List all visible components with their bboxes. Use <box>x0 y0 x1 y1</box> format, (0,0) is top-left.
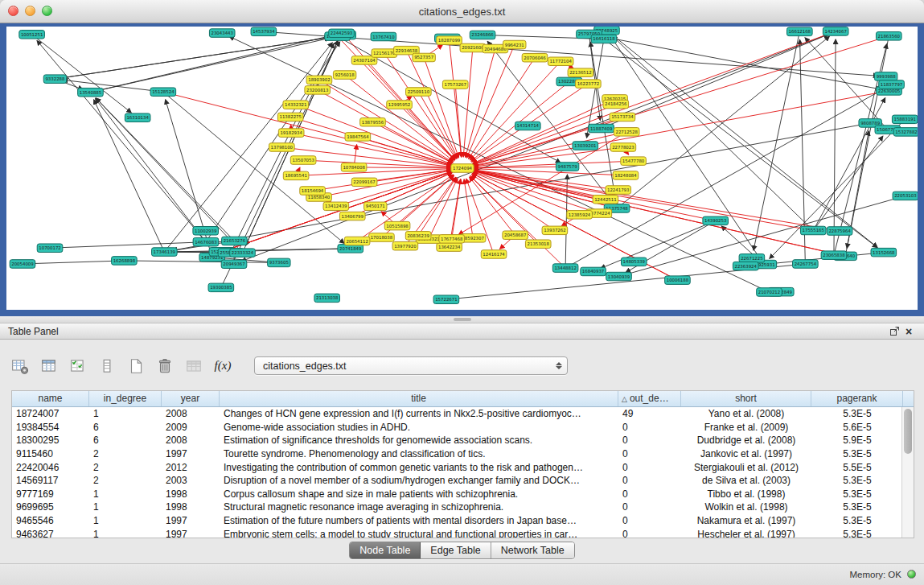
graph-node[interactable]: 15128524 <box>150 88 176 97</box>
graph-node[interactable]: 12385924 <box>567 211 593 220</box>
graph-node[interactable]: 16612168 <box>787 27 813 36</box>
graph-node[interactable]: 17018038 <box>369 233 395 242</box>
graph-node[interactable]: 10784008 <box>341 163 367 172</box>
column-header-title[interactable]: title <box>220 391 618 406</box>
table-row[interactable]: 911546021997Tourette syndrome. Phenomeno… <box>12 447 914 461</box>
cell-title[interactable]: Embryonic stem cells: a model to study s… <box>220 528 618 538</box>
cell-title[interactable]: Estimation of the future numbers of pati… <box>220 514 618 528</box>
graph-node[interactable]: 10515898 <box>384 221 410 230</box>
graph-node[interactable]: 9450171 <box>364 202 387 210</box>
close-window-button[interactable] <box>8 6 18 16</box>
graph-node[interactable]: 20054009 <box>10 260 35 269</box>
graph-node[interactable]: 16310134 <box>125 113 150 122</box>
table-row[interactable]: 2242004622012Investigating the contribut… <box>12 461 914 475</box>
table-row[interactable]: 1938455462009Genome-wide association stu… <box>12 421 914 435</box>
scrollbar-thumb[interactable] <box>904 409 912 454</box>
import-table-button[interactable] <box>183 356 204 377</box>
table-selector[interactable]: citations_edges.txt <box>254 356 568 375</box>
graph-node[interactable]: 13977920 <box>392 241 418 250</box>
function-builder-button[interactable]: f(x) <box>212 356 233 377</box>
cell-title[interactable]: Changes of HCN gene expression and I(f) … <box>220 407 618 421</box>
graph-node[interactable]: 11887409 <box>589 124 614 133</box>
graph-edge[interactable] <box>474 170 840 231</box>
cell-pagerank[interactable]: 5.3E-5 <box>811 407 903 421</box>
graph-node[interactable]: 18248084 <box>613 171 639 180</box>
graph-node[interactable]: 15883191 <box>892 115 918 124</box>
table-row[interactable]: 969969511998Structural magnetic resonanc… <box>12 501 914 514</box>
graph-edge[interactable] <box>319 171 452 197</box>
row-height-button[interactable] <box>97 356 117 377</box>
column-header-short[interactable]: short <box>681 391 811 406</box>
graph-edge[interactable] <box>94 100 165 252</box>
graph-node[interactable]: 13798100 <box>269 143 295 152</box>
graph-node[interactable]: 13039201 <box>573 142 598 150</box>
graph-node[interactable]: 20836239 <box>405 232 431 241</box>
graph-edge[interactable] <box>364 60 455 160</box>
table-mode-button[interactable] <box>10 356 31 377</box>
cell-pagerank[interactable]: 5.3E-5 <box>811 528 903 538</box>
table-row[interactable]: 1872400712008Changes of HCN gene express… <box>12 407 914 421</box>
graph-node[interactable]: 16416118 <box>591 35 617 43</box>
graph-node[interactable]: 19182934 <box>278 129 304 138</box>
graph-node[interactable]: 20654112 <box>344 237 370 245</box>
graph-node[interactable]: 13540885 <box>78 88 104 97</box>
graph-edge[interactable] <box>172 249 350 252</box>
cell-short[interactable]: Nakamura et al. (1997) <box>681 514 811 528</box>
graph-edge[interactable] <box>469 58 535 159</box>
cell-short[interactable]: Stergiakouli et al. (2012) <box>681 461 811 475</box>
table-row[interactable]: 977716911998Corpus callosum shape and si… <box>12 488 914 501</box>
graph-edge[interactable] <box>455 84 462 157</box>
graph-node[interactable]: 13507053 <box>290 156 316 165</box>
cell-title[interactable]: Disruption of a novel member of a sodium… <box>220 474 618 488</box>
cell-name[interactable]: 9777169 <box>12 488 89 501</box>
graph-edge[interactable] <box>601 220 716 268</box>
cell-in_degree[interactable]: 1 <box>89 407 162 421</box>
cell-out_degree[interactable]: 49 <box>618 407 681 421</box>
graph-node[interactable]: 13448812 <box>552 264 578 273</box>
graph-node[interactable]: 10006188 <box>665 276 691 285</box>
memory-status-icon[interactable] <box>907 570 916 579</box>
graph-node[interactable]: 24267754 <box>793 260 819 269</box>
cell-short[interactable]: Franke et al. (2009) <box>681 421 811 435</box>
graph-node[interactable]: 22712528 <box>614 128 639 137</box>
graph-node[interactable]: 14234067 <box>823 27 848 36</box>
graph-node[interactable]: 20706046 <box>522 53 548 62</box>
cell-in_degree[interactable]: 1 <box>89 528 162 538</box>
graph-node[interactable]: 13767410 <box>371 32 396 41</box>
graph-edge[interactable] <box>450 40 462 157</box>
graph-node[interactable]: 18903902 <box>306 76 332 84</box>
table-row[interactable]: 946554611997Estimation of the future num… <box>12 514 914 528</box>
cell-short[interactable]: Jankovic et al. (1997) <box>681 447 811 461</box>
column-header-out_degree[interactable]: △out_de… <box>618 391 681 406</box>
graph-node[interactable]: 11002939 <box>193 227 219 236</box>
graph-edge[interactable] <box>354 167 451 168</box>
cell-short[interactable]: Wolkin et al. (1998) <box>681 501 811 514</box>
cell-short[interactable]: Dudbridge et al. (2008) <box>681 434 811 447</box>
graph-node[interactable]: 17677468 <box>439 235 465 244</box>
column-header-pagerank[interactable]: pagerank <box>811 391 903 406</box>
graph-edge[interactable] <box>589 34 881 89</box>
graph-node[interactable]: 22509110 <box>406 88 432 97</box>
graph-edge[interactable] <box>813 136 883 230</box>
graph-node[interactable]: 23246866 <box>470 31 495 39</box>
graph-node[interactable]: 17573267 <box>442 80 468 89</box>
graph-node[interactable]: 18695541 <box>283 171 309 180</box>
cell-short[interactable]: Tibbo et al. (1998) <box>681 488 811 501</box>
cell-in_degree[interactable]: 1 <box>89 501 162 514</box>
graph-node[interactable]: 22442593 <box>329 29 355 38</box>
graph-node[interactable]: 14314714 <box>515 122 540 130</box>
graph-edge[interactable] <box>90 35 333 93</box>
graph-node[interactable]: 22671225 <box>739 254 765 263</box>
graph-node[interactable]: 13152668 <box>871 248 897 257</box>
graph-edge[interactable] <box>813 98 885 231</box>
cell-in_degree[interactable]: 6 <box>89 434 162 447</box>
graph-node[interactable]: 21313038 <box>314 294 340 303</box>
cell-year[interactable]: 2009 <box>162 421 220 435</box>
graph-edge[interactable] <box>458 132 626 235</box>
cell-name[interactable]: 22420046 <box>12 461 89 475</box>
tab-node-table[interactable]: Node Table <box>350 542 421 558</box>
graph-node[interactable]: 1724094 <box>451 164 474 173</box>
cell-out_degree[interactable]: 0 <box>618 434 681 447</box>
cell-out_degree[interactable]: 0 <box>618 421 681 435</box>
graph-edge[interactable] <box>770 119 905 258</box>
